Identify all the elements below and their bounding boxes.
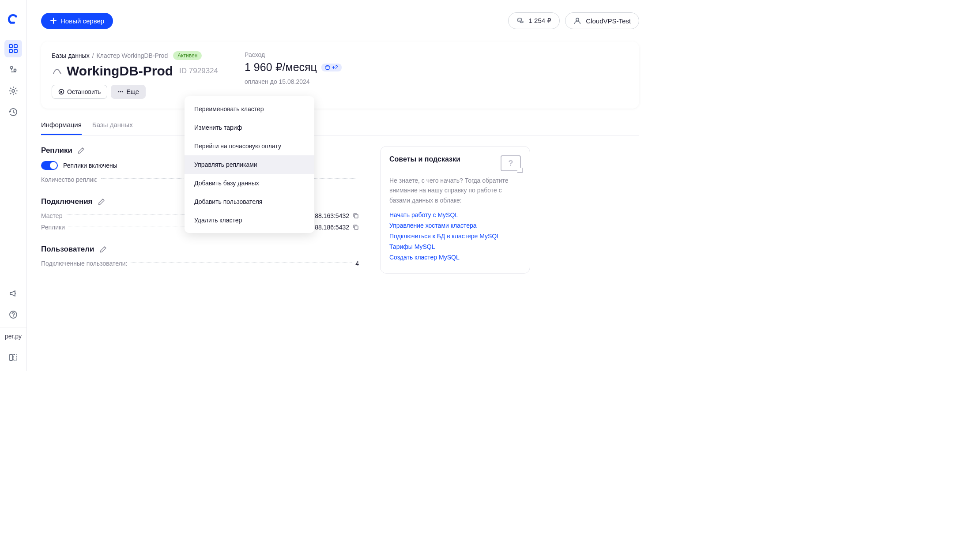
tips-text: Не знаете, с чего начать? Тогда обратите…	[389, 176, 521, 205]
paid-until: оплачен до 15.08.2024	[245, 78, 342, 85]
svg-point-13	[576, 18, 579, 21]
tips-link[interactable]: Подключиться к БД в кластере MySQL	[389, 233, 521, 240]
coins-icon	[516, 17, 524, 25]
nav-servers-icon[interactable]	[4, 61, 22, 79]
db-small-icon	[325, 65, 330, 70]
breadcrumb: Базы данных / Кластер WorkingDB-Prod Акт…	[52, 51, 218, 60]
dropdown-delete-cluster[interactable]: Удалить кластер	[185, 211, 314, 229]
breadcrumb-separator: /	[92, 52, 94, 59]
dropdown-rename-cluster[interactable]: Переименовать кластер	[185, 100, 314, 118]
cluster-header-card: Базы данных / Кластер WorkingDB-Prod Акт…	[41, 41, 639, 109]
stop-button[interactable]: Остановить	[52, 85, 107, 99]
tips-link[interactable]: Начать работу с MySQL	[389, 211, 521, 218]
edit-users-icon[interactable]	[100, 246, 107, 253]
svg-point-11	[517, 18, 521, 20]
svg-rect-1	[14, 45, 17, 48]
replicas-count-label: Количество реплик:	[41, 176, 98, 183]
edit-replicas-icon[interactable]	[78, 147, 85, 154]
tips-link[interactable]: Тарифы MySQL	[389, 243, 521, 250]
dropdown-change-tariff[interactable]: Изменить тариф	[185, 118, 314, 137]
svg-point-14	[55, 70, 56, 71]
dropdown-add-database[interactable]: Добавить базу данных	[185, 174, 314, 192]
master-label: Мастер	[41, 212, 62, 219]
replicas-conn-label: Реплики	[41, 224, 65, 231]
stop-label: Остановить	[67, 88, 101, 95]
sidebar: per.py	[0, 0, 27, 371]
copy-master-icon[interactable]	[353, 213, 359, 219]
expense-badge[interactable]: +2	[321, 64, 342, 71]
svg-point-20	[326, 65, 329, 67]
dropdown-add-user[interactable]: Добавить пользователя	[185, 192, 314, 211]
svg-point-5	[14, 69, 16, 71]
cluster-title: WorkingDB-Prod	[67, 64, 173, 79]
dropdown-manage-replicas[interactable]: Управлять репликами	[185, 155, 314, 174]
plus-icon	[50, 17, 57, 24]
svg-point-6	[12, 90, 15, 92]
svg-rect-3	[14, 49, 17, 53]
balance-pill[interactable]: 1 254 ₽	[508, 12, 560, 29]
nav-announce-icon[interactable]	[4, 285, 22, 302]
users-heading: Пользователи	[41, 245, 94, 254]
svg-rect-22	[354, 226, 358, 229]
edit-connections-icon[interactable]	[98, 198, 105, 205]
svg-rect-2	[9, 49, 12, 53]
nav-help-icon[interactable]	[4, 306, 22, 323]
new-server-button[interactable]: Новый сервер	[41, 13, 113, 29]
new-server-label: Новый сервер	[60, 17, 104, 25]
user-icon	[573, 17, 581, 25]
tab-databases[interactable]: Базы данных	[92, 121, 133, 135]
stop-icon	[58, 89, 64, 95]
nav-history-icon[interactable]	[4, 103, 22, 121]
more-label: Еще	[126, 88, 139, 95]
account-pill[interactable]: CloudVPS-Test	[565, 12, 639, 29]
svg-point-12	[520, 21, 523, 23]
tips-link[interactable]: Создать кластер MySQL	[389, 254, 521, 261]
expense-amount: 1 960 ₽/месяц	[245, 61, 317, 74]
svg-rect-21	[354, 214, 358, 218]
tips-link[interactable]: Управление хостами кластера	[389, 222, 521, 229]
tips-card: Советы и подсказки ? Не знаете, с чего н…	[380, 146, 530, 274]
replicas-toggle[interactable]	[41, 161, 58, 170]
tab-info[interactable]: Информация	[41, 121, 82, 135]
status-badge: Активен	[173, 51, 202, 60]
svg-rect-0	[9, 45, 12, 48]
svg-point-17	[118, 91, 120, 93]
tips-help-icon: ?	[501, 155, 521, 171]
svg-point-8	[13, 316, 14, 317]
breadcrumb-current: Кластер WorkingDB-Prod	[97, 52, 168, 59]
topbar: Новый сервер 1 254 ₽ CloudVPS-	[41, 12, 639, 29]
copy-replicas-icon[interactable]	[353, 224, 359, 230]
replicas-toggle-label: Реплики включены	[63, 162, 117, 169]
svg-rect-9	[10, 354, 12, 361]
expense-label: Расход	[245, 51, 342, 58]
users-connected-label: Подключенные пользователи:	[41, 260, 127, 267]
breadcrumb-root[interactable]: Базы данных	[52, 52, 90, 59]
nav-collapse-icon[interactable]	[4, 349, 22, 366]
brand-logo[interactable]	[7, 12, 20, 26]
tips-title: Советы и подсказки	[389, 155, 460, 163]
main-area: Новый сервер 1 254 ₽ CloudVPS-	[27, 0, 653, 371]
more-dropdown: Переименовать кластер Изменить тариф Пер…	[185, 96, 314, 233]
dropdown-hourly-billing[interactable]: Перейти на почасовую оплату	[185, 137, 314, 155]
users-connected-count: 4	[355, 260, 359, 267]
tabs: Информация Базы данных	[41, 121, 639, 135]
svg-point-19	[122, 91, 123, 93]
replicas-heading: Реплики	[41, 146, 72, 155]
users-section: Пользователи Подключенные пользователи: …	[41, 245, 359, 267]
svg-point-18	[120, 91, 121, 93]
nav-dashboard-icon[interactable]	[4, 40, 22, 57]
more-button[interactable]: Еще	[111, 85, 146, 99]
svg-rect-16	[60, 91, 62, 93]
nav-settings-icon[interactable]	[4, 82, 22, 100]
connections-heading: Подключения	[41, 197, 93, 206]
svg-rect-10	[14, 354, 16, 361]
sidebar-workspace-label[interactable]: per.py	[0, 327, 26, 345]
account-name: CloudVPS-Test	[586, 17, 631, 25]
cluster-id: ID 7929324	[179, 67, 218, 75]
balance-amount: 1 254 ₽	[529, 17, 552, 25]
dots-icon	[117, 89, 124, 95]
mysql-icon	[52, 66, 62, 76]
expense-badge-count: +2	[332, 64, 338, 71]
